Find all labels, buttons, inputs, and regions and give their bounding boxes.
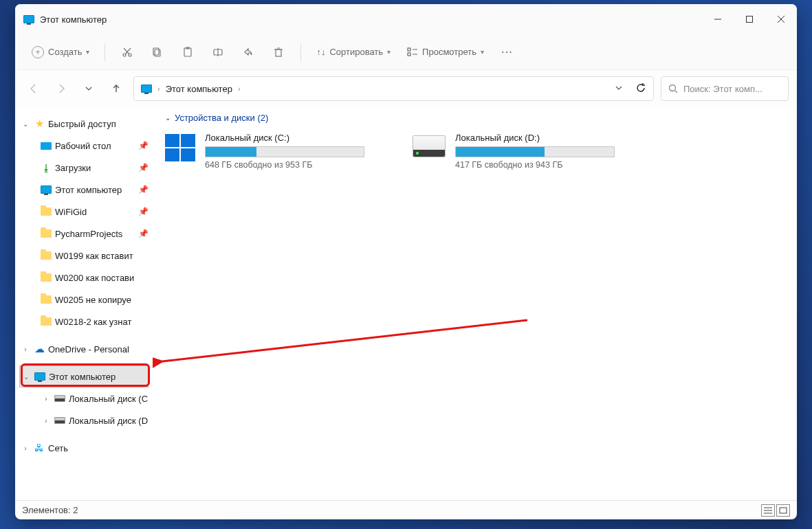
titlebar: Этот компьютер xyxy=(15,4,797,34)
chevron-down-icon: ▾ xyxy=(86,48,89,56)
sidebar-item-folder[interactable]: W0200 как постави xyxy=(15,267,153,289)
drive-name: Локальный диск (D:) xyxy=(455,133,615,143)
sidebar-label: Этот компьютер xyxy=(49,372,148,382)
pin-icon: 📌 xyxy=(138,185,149,194)
plus-icon: + xyxy=(32,46,44,58)
minimize-button[interactable] xyxy=(702,9,734,30)
sidebar-item-folder[interactable]: W0205 не копируе xyxy=(15,289,153,311)
sidebar-item-folder[interactable]: PycharmProjects 📌 xyxy=(15,223,153,245)
desktop-icon xyxy=(41,142,52,150)
disk-icon xyxy=(413,135,446,157)
pin-icon: 📌 xyxy=(138,163,149,172)
new-label: Создать xyxy=(48,47,82,57)
sidebar-item-folder[interactable]: W0218-2 как узнат xyxy=(15,311,153,333)
chevron-right-icon[interactable]: › xyxy=(21,444,30,452)
svg-rect-18 xyxy=(408,53,410,56)
sidebar-item-label: PycharmProjects xyxy=(55,229,135,239)
window-title: Этот компьютер xyxy=(40,14,107,25)
chevron-right-icon[interactable]: › xyxy=(41,395,51,403)
details-view-button[interactable] xyxy=(761,504,775,517)
svg-rect-14 xyxy=(276,49,281,56)
address-bar[interactable]: › Этот компьютер › xyxy=(133,76,654,101)
chevron-down-icon[interactable]: ⌄ xyxy=(21,373,31,381)
tiles-view-button[interactable] xyxy=(776,504,790,517)
chevron-right-icon: › xyxy=(157,85,160,93)
network-icon: 🖧 xyxy=(33,442,45,453)
up-button[interactable] xyxy=(106,78,127,99)
sidebar-drive-d[interactable]: › Локальный диск (D xyxy=(15,409,153,431)
drive-free-text: 417 ГБ свободно из 943 ГБ xyxy=(455,160,615,170)
refresh-button[interactable] xyxy=(635,82,646,95)
sidebar-item-folder[interactable]: WiFiGid 📌 xyxy=(15,201,153,223)
delete-button[interactable] xyxy=(265,43,292,62)
separator xyxy=(105,43,105,61)
star-icon: ★ xyxy=(33,117,45,130)
chevron-right-icon[interactable]: › xyxy=(41,417,51,425)
sort-button[interactable]: ↑↓ Сортировать ▾ xyxy=(309,43,397,61)
file-explorer-window: Этот компьютер + Создать ▾ ↑↓ Сортироват… xyxy=(15,4,797,519)
search-input[interactable]: Поиск: Этот комп... xyxy=(661,76,789,101)
drive-free-text: 648 ГБ свободно из 953 ГБ xyxy=(205,160,364,170)
sidebar-item-downloads[interactable]: ⭳ Загрузки 📌 xyxy=(15,157,153,179)
new-button[interactable]: + Создать ▾ xyxy=(25,42,96,63)
chevron-down-icon[interactable]: ⌄ xyxy=(21,120,30,128)
group-label: Устройства и диски (2) xyxy=(175,113,268,123)
sidebar-this-pc[interactable]: ⌄ Этот компьютер xyxy=(19,365,149,387)
folder-icon xyxy=(41,251,52,260)
history-chevron-icon[interactable] xyxy=(615,84,623,94)
svg-line-23 xyxy=(162,320,527,361)
chevron-down-icon: ⌄ xyxy=(165,114,171,122)
rename-button[interactable] xyxy=(204,43,232,62)
windows-logo-icon xyxy=(165,134,195,161)
paste-button[interactable] xyxy=(174,43,201,62)
sidebar-quick-access[interactable]: ⌄ ★ Быстрый доступ xyxy=(15,113,153,135)
group-header[interactable]: ⌄ Устройства и диски (2) xyxy=(165,113,784,123)
sidebar-item-thispc[interactable]: Этот компьютер 📌 xyxy=(15,179,153,201)
sidebar-item-label: Локальный диск (D xyxy=(69,416,153,426)
svg-rect-17 xyxy=(408,48,410,51)
back-button[interactable] xyxy=(23,78,44,99)
monitor-icon xyxy=(23,15,34,23)
view-button[interactable]: Просмотреть ▾ xyxy=(400,43,491,61)
folder-icon xyxy=(41,207,52,216)
copy-button[interactable] xyxy=(144,43,171,62)
sidebar-item-label: Этот компьютер xyxy=(55,185,135,195)
sidebar-label: OneDrive - Personal xyxy=(48,344,153,354)
more-button[interactable]: ··· xyxy=(494,43,521,61)
recent-button[interactable] xyxy=(78,78,99,99)
cloud-icon: ☁ xyxy=(33,343,45,355)
pin-icon: 📌 xyxy=(138,141,149,150)
sidebar-item-folder[interactable]: W0199 как вставит xyxy=(15,245,153,267)
sidebar-item-label: Локальный диск (C xyxy=(69,394,153,404)
forward-button[interactable] xyxy=(51,78,72,99)
sidebar-drive-c[interactable]: › Локальный диск (C xyxy=(15,387,153,409)
sidebar-network[interactable]: › 🖧 Сеть xyxy=(15,437,153,459)
close-button[interactable] xyxy=(765,9,797,30)
svg-rect-27 xyxy=(780,508,787,513)
status-bar: Элементов: 2 xyxy=(15,500,797,519)
folder-icon xyxy=(41,317,52,326)
svg-rect-10 xyxy=(184,48,191,56)
sidebar-item-desktop[interactable]: Рабочий стол 📌 xyxy=(15,135,153,157)
view-icon xyxy=(407,47,418,57)
chevron-down-icon: ▾ xyxy=(481,48,484,56)
storage-bar xyxy=(205,146,364,157)
sidebar-item-label: Рабочий стол xyxy=(55,141,135,151)
chevron-right-icon[interactable]: › xyxy=(21,346,30,353)
sidebar-item-label: Загрузки xyxy=(55,163,135,173)
pin-icon: 📌 xyxy=(138,229,149,238)
share-button[interactable] xyxy=(234,43,262,62)
disk-icon xyxy=(54,417,65,424)
sidebar-item-label: W0200 как постави xyxy=(55,273,153,283)
sidebar-onedrive[interactable]: › ☁ OneDrive - Personal xyxy=(15,338,153,360)
drive-d[interactable]: Локальный диск (D:) 417 ГБ свободно из 9… xyxy=(413,133,615,170)
storage-bar xyxy=(455,146,615,157)
drive-c[interactable]: Локальный диск (C:) 648 ГБ свободно из 9… xyxy=(165,133,364,170)
address-row: › Этот компьютер › Поиск: Этот комп... xyxy=(15,70,797,107)
sort-icon: ↑↓ xyxy=(316,47,325,57)
status-count: Элементов: 2 xyxy=(22,505,78,515)
breadcrumb-root[interactable]: Этот компьютер xyxy=(166,84,232,94)
maximize-button[interactable] xyxy=(734,9,765,30)
cut-button[interactable] xyxy=(113,43,141,62)
content-pane: ⌄ Устройства и диски (2) Локальный диск … xyxy=(153,107,797,500)
